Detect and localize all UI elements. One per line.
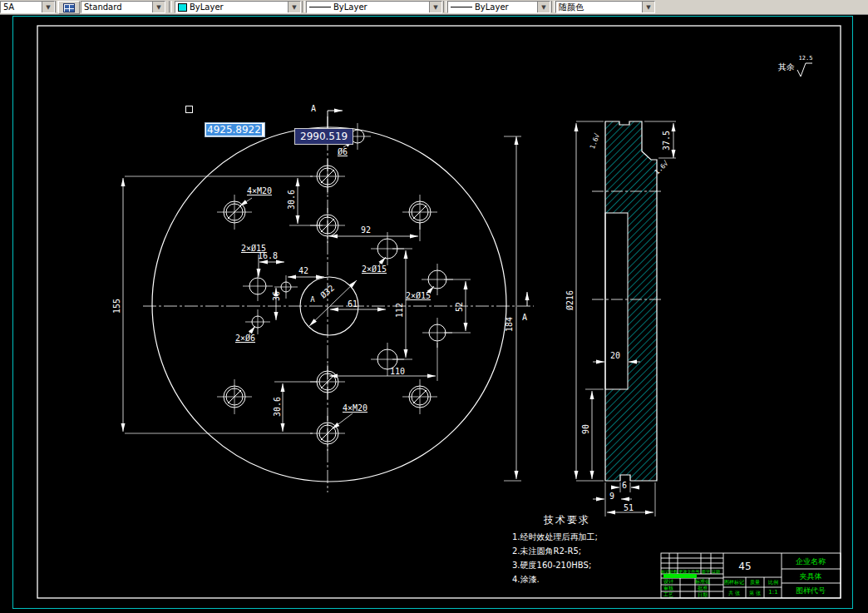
dim-30-6-top: 30.6 <box>288 190 296 210</box>
grip-point[interactable] <box>185 106 193 113</box>
dim-112: 112 <box>396 303 404 318</box>
day-label: 日期 <box>712 569 720 574</box>
label-2xd15-c: 2×Ø15 <box>406 292 431 300</box>
dynamic-input-field[interactable]: 4925.8922 <box>205 122 265 137</box>
file-label: 更改文件号 <box>679 569 700 574</box>
mark-label: 图样标记 <box>724 579 744 586</box>
label-4xm20-bottom: 4×M20 <box>343 404 367 413</box>
surface-note-prefix: 其余 <box>778 63 795 72</box>
craft-label: 工艺 <box>663 591 673 599</box>
drawing-canvas[interactable] <box>0 0 868 613</box>
tech-item: 2.未注圆角R2-R5; <box>512 544 653 558</box>
section-view <box>576 121 676 517</box>
dim-d216: Ø216 <box>566 290 575 310</box>
sheets-label: 共 张 <box>728 590 740 597</box>
dim-16-8: 16.8 <box>258 252 278 260</box>
dim-110: 110 <box>390 368 405 376</box>
dimension-tooltip: 2990.519 <box>294 128 353 145</box>
ratio-label: 比例 <box>768 579 778 586</box>
mass-label: 质量 <box>750 579 760 586</box>
dim-20: 20 <box>610 352 620 360</box>
dim-61: 61 <box>348 300 358 309</box>
dim-51: 51 <box>624 504 634 512</box>
drawing-code: 图样代号 <box>796 586 826 596</box>
part-name: 夹具体 <box>800 571 822 582</box>
dimension-tooltip-value: 2990.519 <box>300 131 348 142</box>
dim-30-6-bottom: 30.6 <box>274 397 282 417</box>
tech-title: 技术要求 <box>544 513 653 527</box>
dim-90: 90 <box>582 424 590 434</box>
dim-52: 52 <box>456 302 464 312</box>
dim-42: 42 <box>298 267 308 275</box>
dim-92: 92 <box>361 226 371 235</box>
material-value: 45 <box>738 561 751 572</box>
tech-item: 3.硬度160-210HBS; <box>512 558 653 572</box>
dim-37-5: 37.5 <box>663 131 671 151</box>
dynamic-input-value: 4925.8922 <box>206 124 262 136</box>
label-2xd15-b: 2×Ø15 <box>362 265 387 274</box>
label-4xm20-top: 4×M20 <box>247 187 272 195</box>
label-d6-top: Ø6 <box>338 148 348 156</box>
label-2xd6: 2×Ø6 <box>235 334 255 343</box>
rec-label: 标记 <box>661 569 669 574</box>
surface-note-value: 12.5 <box>799 56 813 62</box>
count-label: 处数 <box>669 569 678 574</box>
label-a-center: A <box>310 296 314 304</box>
plate-outline-circle <box>152 127 506 482</box>
date-label: 日期 <box>698 591 708 599</box>
dim-6: 6 <box>622 482 627 490</box>
dim-155: 155 <box>113 299 121 314</box>
page-label: 第 张 <box>749 590 761 597</box>
sign-label: 签字 <box>702 569 710 574</box>
front-view <box>123 111 534 492</box>
dim-9: 9 <box>609 492 614 501</box>
company-name: 企业名称 <box>796 556 826 567</box>
scale-value: 1:1 <box>768 589 777 596</box>
section-hatch <box>605 121 657 481</box>
tech-item: 1.经时效处理后再加工; <box>512 530 653 544</box>
dim-184: 184 <box>506 317 514 332</box>
drawing-frame <box>37 26 841 598</box>
roughness-icon <box>797 63 812 77</box>
cad-application-window: { "toolbar": { "style": "5A", "standard"… <box>0 0 868 613</box>
label-a-right: A <box>522 314 527 322</box>
label-a-top: A <box>311 105 316 113</box>
dim-36: 36 <box>273 291 281 301</box>
technical-requirements: 技术要求 1.经时效处理后再加工; 2.未注圆角R2-R5; 3.硬度160-2… <box>512 513 653 586</box>
leader-lines <box>239 141 434 429</box>
section-bore-void <box>605 213 628 389</box>
hole-group <box>217 123 453 451</box>
tech-item: 4.涂漆. <box>512 572 653 586</box>
